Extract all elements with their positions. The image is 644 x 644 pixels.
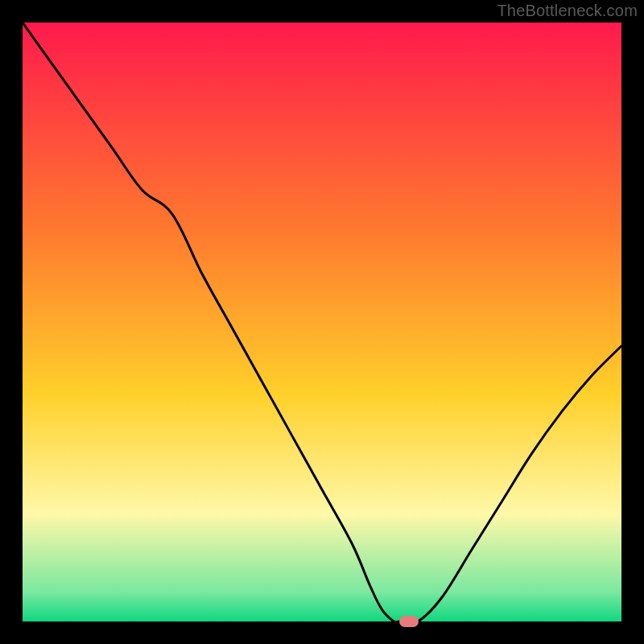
gradient-background [23,23,621,621]
chart-frame: TheBottleneck.com [0,0,644,644]
bottleneck-chart [23,23,621,621]
plot-area [23,23,621,621]
watermark: TheBottleneck.com [497,2,638,20]
optimal-marker [399,616,419,627]
